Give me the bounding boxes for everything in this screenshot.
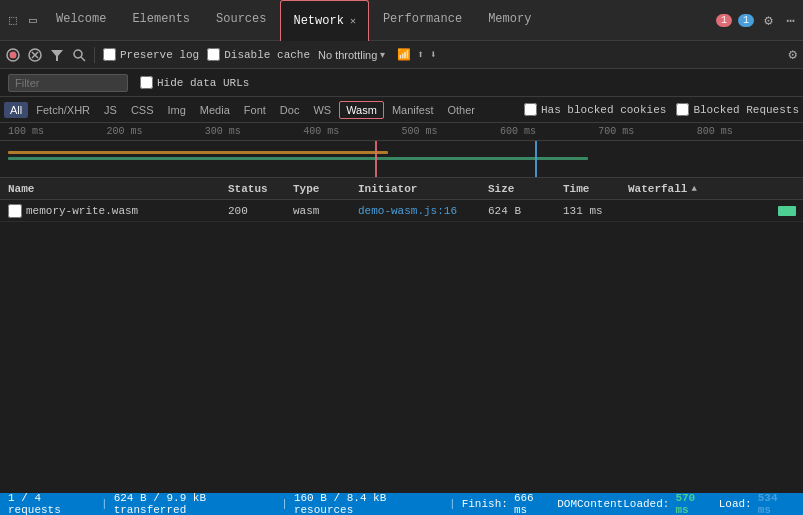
tab-bar: ⬚ ▭ Welcome Elements Sources Network ✕ P…	[0, 0, 803, 41]
type-btn-wasm[interactable]: Wasm	[339, 101, 384, 119]
type-btn-fetch-xhr[interactable]: Fetch/XHR	[30, 102, 96, 118]
preserve-log-checkbox[interactable]	[103, 48, 116, 61]
td-initiator[interactable]: demo-wasm.js:16	[354, 205, 484, 217]
network-settings-icon[interactable]: ⚙	[789, 46, 797, 63]
disable-cache-checkbox[interactable]	[207, 48, 220, 61]
tab-network[interactable]: Network ✕	[280, 0, 368, 41]
type-btn-ws[interactable]: WS	[307, 102, 337, 118]
sort-icon: ▲	[691, 184, 696, 194]
blocked-requests-checkbox[interactable]	[676, 103, 689, 116]
status-bar: 1 / 4 requests | 624 B / 9.9 kB transfer…	[0, 493, 803, 515]
type-btn-media[interactable]: Media	[194, 102, 236, 118]
svg-point-1	[10, 51, 17, 58]
td-time: 131 ms	[559, 205, 624, 217]
warning-badge: 1	[738, 14, 754, 27]
th-name[interactable]: Name	[4, 183, 224, 195]
ruler-mark-4: 500 ms	[402, 126, 500, 137]
svg-point-6	[74, 50, 82, 58]
status-load-value: 534 ms	[758, 492, 795, 515]
td-size: 624 B	[484, 205, 559, 217]
td-type: wasm	[289, 205, 354, 217]
ruler-mark-6: 700 ms	[598, 126, 696, 137]
search-icon[interactable]	[72, 48, 86, 62]
tab-performance[interactable]: Performance	[371, 0, 474, 41]
filter-input[interactable]	[8, 74, 128, 92]
th-status[interactable]: Status	[224, 183, 289, 195]
th-type[interactable]: Type	[289, 183, 354, 195]
type-btn-doc[interactable]: Doc	[274, 102, 306, 118]
ruler-mark-1: 200 ms	[106, 126, 204, 137]
more-icon[interactable]: ⋯	[783, 10, 799, 31]
tab-network-close[interactable]: ✕	[350, 15, 356, 27]
type-btn-manifest[interactable]: Manifest	[386, 102, 440, 118]
blocked-requests-label[interactable]: Blocked Requests	[676, 103, 799, 116]
status-finish-label: Finish:	[462, 498, 508, 510]
timeline-area: 100 ms 200 ms 300 ms 400 ms 500 ms 600 m…	[0, 123, 803, 178]
toolbar-divider-1	[94, 47, 95, 63]
table-body: memory-write.wasm 200 wasm demo-wasm.js:…	[0, 200, 803, 493]
table-header: Name Status Type Initiator Size Time Wat…	[0, 178, 803, 200]
filter-icon[interactable]	[50, 48, 64, 62]
hide-data-urls-checkbox[interactable]	[140, 76, 153, 89]
status-finish-value: 666 ms	[514, 492, 551, 515]
svg-marker-5	[51, 50, 63, 61]
status-load-label: Load:	[719, 498, 752, 510]
tab-elements[interactable]: Elements	[120, 0, 202, 41]
tab-bar-right: 1 1 ⚙ ⋯	[716, 10, 799, 31]
has-blocked-cookies-label[interactable]: Has blocked cookies	[524, 103, 666, 116]
tab-sources[interactable]: Sources	[204, 0, 278, 41]
throttle-button[interactable]: No throttling	[318, 49, 385, 61]
ruler-mark-7: 800 ms	[697, 126, 795, 137]
table-row[interactable]: memory-write.wasm 200 wasm demo-wasm.js:…	[0, 200, 803, 222]
td-status: 200	[224, 205, 289, 217]
th-time[interactable]: Time	[559, 183, 624, 195]
disable-cache-label[interactable]: Disable cache	[207, 48, 310, 61]
devtools-phone-icon[interactable]: ▭	[24, 11, 42, 29]
timeline-bar-green	[8, 157, 588, 160]
th-waterfall[interactable]: Waterfall ▲	[624, 183, 799, 195]
status-transferred: 624 B / 9.9 kB transferred	[114, 492, 276, 515]
type-btn-img[interactable]: Img	[162, 102, 192, 118]
td-name: memory-write.wasm	[4, 204, 224, 218]
download-icon[interactable]: ⬇	[430, 48, 437, 61]
td-waterfall	[624, 200, 799, 222]
tab-bar-left: ⬚ ▭ Welcome Elements Sources Network ✕ P…	[4, 0, 543, 41]
net-icons: 📶 ⬆ ⬇	[397, 48, 436, 61]
th-initiator[interactable]: Initiator	[354, 183, 484, 195]
preserve-log-label[interactable]: Preserve log	[103, 48, 199, 61]
type-filter-row: All Fetch/XHR JS CSS Img Media Font Doc …	[0, 97, 803, 123]
dom-loaded-line	[535, 141, 537, 178]
type-btn-js[interactable]: JS	[98, 102, 123, 118]
ruler-mark-5: 600 ms	[500, 126, 598, 137]
ruler-mark-3: 400 ms	[303, 126, 401, 137]
status-requests: 1 / 4 requests	[8, 492, 95, 515]
load-line	[375, 141, 377, 178]
th-size[interactable]: Size	[484, 183, 559, 195]
error-badge: 1	[716, 14, 732, 27]
upload-icon[interactable]: ⬆	[417, 48, 424, 61]
status-resources: 160 B / 8.4 kB resources	[294, 492, 443, 515]
type-btn-all[interactable]: All	[4, 102, 28, 118]
ruler-mark-2: 300 ms	[205, 126, 303, 137]
wifi-icon[interactable]: 📶	[397, 48, 411, 61]
status-dom-label: DOMContentLoaded:	[557, 498, 669, 510]
svg-line-7	[81, 57, 85, 61]
stop-icon[interactable]	[28, 48, 42, 62]
waterfall-bar	[778, 206, 796, 216]
settings-icon[interactable]: ⚙	[760, 10, 776, 31]
ruler-mark-0: 100 ms	[8, 126, 106, 137]
has-blocked-cookies-checkbox[interactable]	[524, 103, 537, 116]
type-btn-font[interactable]: Font	[238, 102, 272, 118]
tab-welcome[interactable]: Welcome	[44, 0, 118, 41]
devtools-cursor-icon[interactable]: ⬚	[4, 11, 22, 29]
hide-data-urls-label[interactable]: Hide data URLs	[140, 76, 249, 89]
network-toolbar: Preserve log Disable cache No throttling…	[0, 41, 803, 69]
tab-memory[interactable]: Memory	[476, 0, 543, 41]
record-icon[interactable]	[6, 48, 20, 62]
type-btn-css[interactable]: CSS	[125, 102, 160, 118]
row-checkbox[interactable]	[8, 204, 22, 218]
filter-bar: Hide data URLs	[0, 69, 803, 97]
timeline-bar-orange	[8, 151, 388, 154]
timeline-ruler: 100 ms 200 ms 300 ms 400 ms 500 ms 600 m…	[0, 123, 803, 141]
type-btn-other[interactable]: Other	[441, 102, 481, 118]
